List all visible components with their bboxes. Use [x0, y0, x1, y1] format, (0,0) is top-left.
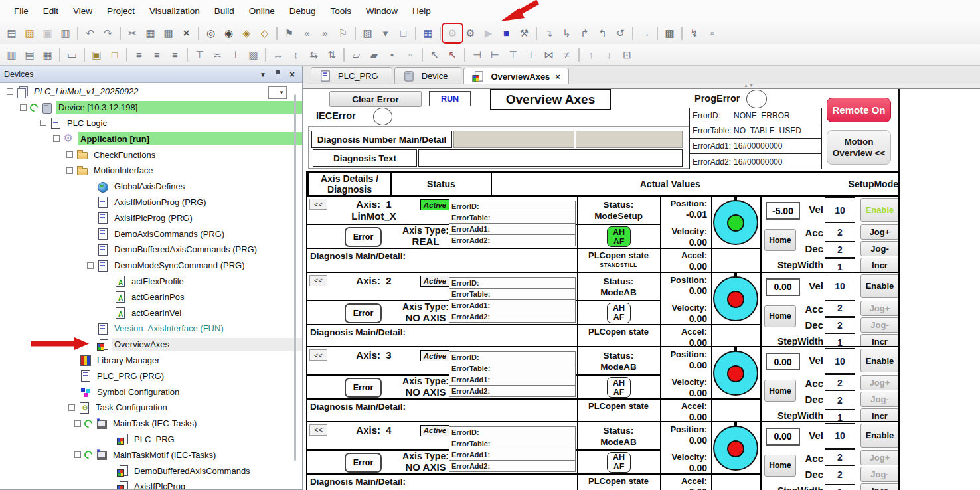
menu-item[interactable]: Project [100, 3, 142, 19]
axis-collapse-button[interactable]: << [309, 424, 327, 436]
menu-item[interactable]: Debug [282, 3, 323, 19]
enable-button[interactable]: Enable [860, 198, 898, 222]
start-icon[interactable]: ▶ [480, 25, 497, 41]
jog-plus-button[interactable]: Jog+ [860, 224, 898, 240]
tree-item[interactable]: AxisIfPlcProg [0, 479, 302, 489]
online-config-icon[interactable]: ⚒ [516, 25, 532, 41]
stepwidth-value-field[interactable]: 1 [825, 484, 855, 490]
acc-value-field[interactable]: 2 [825, 449, 855, 466]
search-next-icon[interactable]: ◇ [256, 25, 273, 41]
write-values-icon[interactable]: ▫ [704, 25, 720, 41]
error-button[interactable]: Error [345, 303, 382, 323]
tree-item[interactable]: actGearInVel [0, 305, 302, 321]
stop-icon[interactable]: ■ [498, 25, 515, 41]
splitter-chevron-icon[interactable]: ▲▼ [744, 83, 754, 88]
menu-item[interactable]: Build [207, 3, 242, 19]
tree-item[interactable]: PLC_PRG [0, 432, 302, 448]
tree-expander[interactable] [87, 262, 94, 269]
stepwidth-value-field[interactable]: 1 [825, 409, 855, 421]
jog-minus-button[interactable]: Jog- [860, 467, 898, 482]
tree-item[interactable]: Version_AxisInterface (FUN) [0, 321, 302, 337]
dec-value-field[interactable]: 2 [825, 467, 855, 483]
bring-front-icon[interactable]: ▱ [348, 47, 365, 63]
menu-item[interactable]: Help [405, 3, 438, 19]
copy-icon[interactable]: ▦ [142, 25, 159, 41]
tree-item[interactable]: MainTaskMotIf (IEC-Tasks) [0, 447, 302, 463]
jog-minus-button[interactable]: Jog- [860, 241, 898, 256]
tree-item[interactable]: MotionInterface [0, 163, 302, 179]
home-button[interactable]: Home [764, 455, 796, 477]
step-over-icon[interactable]: ↴ [540, 25, 557, 41]
jog-plus-button[interactable]: Jog+ [860, 375, 898, 390]
splitter-strip[interactable]: ▲▼ [303, 84, 980, 89]
redo-icon[interactable]: ↷ [100, 25, 116, 41]
tree-expander[interactable] [74, 420, 81, 427]
attach-left-icon[interactable]: ⊣ [469, 47, 485, 63]
frame-selection-icon[interactable]: ▭ [64, 47, 80, 63]
tree-expander[interactable] [74, 451, 81, 458]
acc-value-field[interactable]: 2 [825, 374, 855, 391]
jog-minus-button[interactable]: Jog- [860, 392, 898, 407]
delete-icon[interactable]: × [178, 25, 195, 41]
bookmark-prev-icon[interactable]: « [299, 25, 315, 41]
tree-item[interactable]: DemoModeSyncCommand (PRG) [0, 258, 302, 274]
error-button[interactable]: Error [345, 378, 382, 398]
view-properties-icon[interactable]: ▤ [21, 47, 38, 63]
axis-collapse-button[interactable]: << [309, 199, 327, 210]
step-into-icon[interactable]: ↳ [558, 25, 575, 41]
panel-menu-chevron-icon[interactable]: ▼ [257, 69, 269, 80]
run-indicator[interactable]: RUN [429, 91, 471, 106]
vel-value-field[interactable]: 10 [825, 348, 855, 374]
dec-value-field[interactable]: 2 [825, 392, 855, 408]
background-icon[interactable]: ▨ [245, 47, 262, 63]
motion-overview-button[interactable]: Motion Overview << [827, 130, 891, 165]
acc-value-field[interactable]: 2 [825, 224, 855, 240]
editor-tab[interactable]: OverviewAxes × [463, 68, 569, 84]
clear-error-button[interactable]: Clear Error [329, 91, 422, 107]
bookmark-clear-icon[interactable]: ⚐ [335, 25, 351, 41]
enable-button[interactable]: Enable [860, 349, 898, 372]
menu-item[interactable]: File [7, 3, 36, 19]
tree-item[interactable]: DemoAxisCommands (PRG) [0, 226, 302, 242]
jog-minus-button[interactable]: Jog- [860, 317, 898, 333]
tree-expander[interactable] [66, 151, 73, 158]
multiselect-mode-icon[interactable]: ↖ [444, 47, 461, 63]
stepwidth-value-field[interactable]: 1 [825, 258, 855, 272]
view-toolbox-icon[interactable]: ▥ [3, 47, 20, 63]
view-grid-icon[interactable]: ▦ [39, 47, 56, 63]
space-horizontal-icon[interactable]: ⇆ [305, 47, 322, 63]
attach-top-icon[interactable]: ⊤ [505, 47, 521, 63]
send-backward-icon[interactable]: ▫ [402, 47, 418, 63]
tree-item[interactable]: AxisIfPlcProg (PRG) [0, 210, 302, 226]
tree-expander[interactable] [53, 135, 60, 142]
undo-icon[interactable]: ↶ [82, 25, 98, 41]
select-mode-icon[interactable]: ↖ [426, 47, 443, 63]
move-up-icon[interactable]: ↑ [583, 47, 600, 63]
enable-button[interactable]: Enable [860, 424, 898, 448]
close-icon[interactable]: × [555, 72, 560, 82]
align-top-icon[interactable]: ⊤ [191, 47, 208, 63]
stepwidth-value-field[interactable]: 1 [825, 335, 855, 347]
menu-item[interactable]: View [66, 3, 100, 19]
search-project-icon[interactable]: ◈ [238, 25, 255, 41]
editor-tab[interactable]: PLC_PRG [311, 67, 392, 84]
align-center-icon[interactable]: ≡ [149, 47, 165, 63]
open-project-icon[interactable]: ▨ [21, 25, 38, 41]
group-icon[interactable]: ▣ [88, 47, 105, 63]
copy-special-icon[interactable]: ▧ [359, 25, 376, 41]
jog-plus-button[interactable]: Jog+ [860, 450, 898, 465]
vel-value-field[interactable]: 10 [825, 197, 855, 223]
dec-value-field[interactable]: 2 [825, 241, 855, 258]
send-back-icon[interactable]: ▰ [366, 47, 382, 63]
logout-icon[interactable]: ⚙ [462, 25, 479, 41]
menu-item[interactable]: Window [359, 3, 405, 19]
dec-value-field[interactable]: 2 [825, 317, 855, 334]
attach-bottom-icon[interactable]: ⊥ [523, 47, 539, 63]
align-right-icon[interactable]: ≡ [167, 47, 183, 63]
tree-item[interactable]: Symbol Configuration [0, 384, 302, 400]
home-button[interactable]: Home [764, 305, 796, 327]
attach-right-icon[interactable]: ⊢ [487, 47, 503, 63]
tree-item[interactable]: AxisIfMotionProg (PRG) [0, 195, 302, 210]
find-replace-icon[interactable]: ◉ [220, 25, 237, 41]
menu-item[interactable]: Edit [36, 3, 66, 19]
